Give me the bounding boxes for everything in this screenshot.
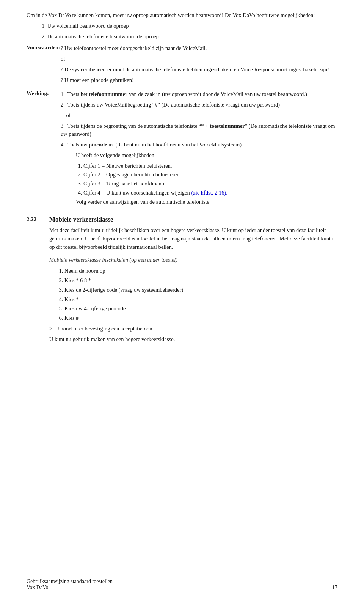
page-content: Om in de Vox DaVo te kunnen komen, moet …: [0, 0, 364, 384]
werking-content: 1. Toets het telefoonnummer van de zaak …: [61, 90, 337, 208]
footer-page-number: 17: [332, 585, 337, 591]
intro-item2: 2. De automatische telefoniste beantwoor…: [42, 33, 337, 41]
q1-text: Uw telefoontoestel moet doorgeschakeld z…: [64, 45, 207, 51]
werking-sublist-container: U heeft de volgende mogelijkheden: Cijfe…: [76, 151, 337, 206]
mobiele-italic-header: Mobiele verkeersklasse inschakelen (op e…: [49, 256, 337, 264]
q3-mark: ?: [61, 77, 64, 83]
werking-section: Werking: 1. Toets het telefoonnummer van…: [27, 90, 337, 208]
section-222-header: 2.22 Mobiele verkeersklasse: [27, 216, 337, 223]
section-222-number: 2.22: [27, 216, 49, 223]
section-222-body: Met deze faciliteit kunt u tijdelijk bes…: [49, 226, 337, 343]
mobiele-step-6: Kies #: [64, 314, 337, 322]
footer-left: Gebruiksaanwijzing standaard toestellen …: [27, 578, 113, 591]
of1-row: of: [61, 55, 337, 63]
voorwaarden-q2-row: ? De systeembeheerder moet de automatisc…: [61, 66, 337, 74]
footer: Gebruiksaanwijzing standaard toestellen …: [27, 576, 337, 591]
werking-label: Werking:: [27, 90, 61, 97]
sublist-item-1: Cijfer 1 = Nieuwe berichten beluisteren.: [83, 162, 337, 170]
q2-text: De systeembeheerder moet de automatische…: [64, 66, 329, 72]
mobiele-step-1: Neem de hoorn op: [64, 267, 337, 275]
voorwaarden-q3-row: ? U moet een pincode gebruiken!: [61, 76, 337, 85]
mobiele-arrow-line: >. U hoort u ter bevestiging een accepta…: [49, 325, 337, 333]
werking-row: Werking: 1. Toets het telefoonnummer van…: [27, 90, 337, 208]
intro-item1: 1. Uw voicemail beantwoord de oproep: [42, 22, 337, 30]
pincode-bold: pincode: [89, 141, 107, 148]
link-hfdst: (zie hfdst. 2.16).: [191, 190, 227, 196]
intro-section: Om in de Vox DaVo te kunnen komen, moet …: [27, 11, 337, 41]
mobiele-step-4: Kies *: [64, 295, 337, 304]
section-222-title: Mobiele verkeersklasse: [49, 216, 113, 223]
voorwaarden-section: Voorwaarden: ? Uw telefoontoestel moet d…: [27, 44, 337, 86]
werking-item1: 1. Toets het telefoonnummer van de zaak …: [61, 90, 337, 99]
sublist-items: Cijfer 1 = Nieuwe berichten beluisteren.…: [83, 162, 337, 197]
werking-item4: 4. Toets uw pincode in. ( U bent nu in h…: [61, 141, 337, 149]
sublist-item-4: Cijfer 4 = U kunt uw doorschakelingen wi…: [83, 189, 337, 197]
mobiele-step-5: Kies uw 4-cijferige pincode: [64, 305, 337, 313]
footer-left-text: Gebruiksaanwijzing standaard toestellen: [27, 578, 113, 585]
q1-mark: ?: [61, 45, 64, 51]
sublist-last-line: Volg verder de aanwijzingen van de autom…: [76, 198, 337, 206]
mobiele-step-3: Kies de 2-cijferige code (vraag uw syste…: [64, 286, 337, 294]
mobiele-step-2: Kies * 6 8 *: [64, 277, 337, 285]
mobiele-steps-list: Neem de hoorn op Kies * 6 8 * Kies de 2-…: [64, 267, 337, 322]
q3-text: U moet een pincode gebruiken!: [64, 77, 134, 83]
sublist-item-3: Cijfer 3 = Terug naar het hoofdmenu.: [83, 180, 337, 188]
of1-text: of: [61, 56, 65, 62]
voorwaarden-q1-row: ? Uw telefoontoestel moet doorgeschakeld…: [61, 44, 337, 53]
footer-right-line1: Vox DaVo: [27, 585, 113, 591]
sublist-intro: U heeft de volgende mogelijkheden:: [76, 151, 337, 160]
werking-item2: 2. Toets tijdens uw VoiceMailbegroeting …: [61, 101, 337, 109]
sublist-item-2: Cijfer 2 = Opgeslagen berichten beluiste…: [83, 171, 337, 179]
q2-mark: ?: [61, 66, 64, 72]
intro-line1: Om in de Vox DaVo te kunnen komen, moet …: [27, 11, 337, 20]
section-222-body-text: Met deze faciliteit kunt u tijdelijk bes…: [49, 226, 337, 251]
voorwaarden-label: Voorwaarden:: [27, 44, 61, 51]
werking-item3: 3. Toets tijdens de begroeting van de au…: [61, 122, 337, 139]
voorwaarden-content: ? Uw telefoontoestel moet doorgeschakeld…: [61, 44, 337, 86]
werking-of: of: [61, 112, 337, 120]
toestelnummer-bold: toestelnummer: [210, 123, 245, 129]
voorwaarden-row: Voorwaarden: ? Uw telefoontoestel moet d…: [27, 44, 337, 86]
mobiele-final-line: U kunt nu gebruik maken van een hogere v…: [49, 335, 337, 344]
telefoonnummer-bold: telefoonnummer: [89, 91, 127, 97]
